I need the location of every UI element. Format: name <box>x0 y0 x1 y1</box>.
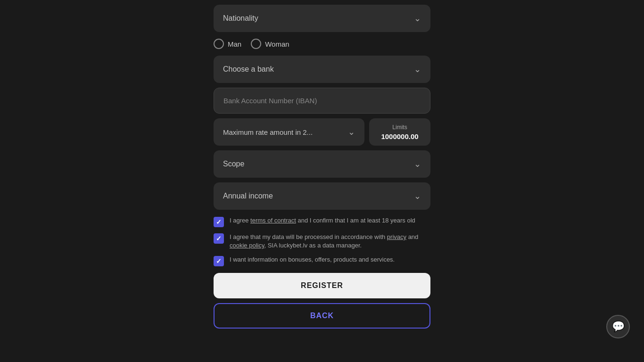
checkbox-3[interactable]: ✓ <box>214 256 224 266</box>
annual-income-label: Annual income <box>223 192 273 200</box>
checkbox-1[interactable]: ✓ <box>214 217 224 227</box>
back-label: BACK <box>310 312 334 320</box>
rate-dropdown-wrapper: Maximum rate amount in 2... ⌄ <box>214 118 364 146</box>
nationality-chevron-icon: ⌄ <box>414 13 421 24</box>
register-button[interactable]: REGISTER <box>214 273 430 298</box>
check-icon-3: ✓ <box>216 257 222 265</box>
bank-dropdown[interactable]: Choose a bank ⌄ <box>214 56 430 83</box>
back-button[interactable]: BACK <box>214 303 430 329</box>
scope-dropdown[interactable]: Scope ⌄ <box>214 150 430 178</box>
checkbox-2[interactable]: ✓ <box>214 233 224 244</box>
annual-income-dropdown-wrapper: Annual income ⌄ <box>214 182 430 210</box>
form-container: Nationality ⌄ Man Woman Choose a bank ⌄ … <box>214 0 430 333</box>
bank-label: Choose a bank <box>223 65 274 74</box>
terms-link[interactable]: terms of contract <box>250 217 296 224</box>
check-icon-1: ✓ <box>216 218 222 226</box>
rate-row: Maximum rate amount in 2... ⌄ Limits 100… <box>214 118 430 146</box>
nationality-label: Nationality <box>223 14 258 23</box>
checkbox-row-3: ✓ I want information on bonuses, offers,… <box>214 255 430 266</box>
checkbox-row-2: ✓ I agree that my data will be processed… <box>214 233 430 250</box>
nationality-dropdown-wrapper: Nationality ⌄ <box>214 5 430 32</box>
scope-label: Scope <box>223 160 244 168</box>
gender-woman-radio[interactable] <box>251 39 261 49</box>
cookie-policy-link[interactable]: cookie policy <box>230 242 264 249</box>
rate-label: Maximum rate amount in 2... <box>223 128 313 136</box>
nationality-dropdown[interactable]: Nationality ⌄ <box>214 5 430 32</box>
chat-icon: 💬 <box>612 321 625 333</box>
rate-chevron-icon: ⌄ <box>348 127 355 137</box>
privacy-link[interactable]: privacy <box>387 233 406 240</box>
gender-row: Man Woman <box>214 37 430 51</box>
checkbox-3-text: I want information on bonuses, offers, p… <box>230 255 395 264</box>
bank-chevron-icon: ⌄ <box>414 64 421 74</box>
bank-dropdown-wrapper: Choose a bank ⌄ <box>214 56 430 83</box>
limits-value: 1000000.00 <box>381 132 418 140</box>
checkboxes-section: ✓ I agree terms of contract and I confir… <box>214 214 430 268</box>
scope-dropdown-wrapper: Scope ⌄ <box>214 150 430 178</box>
scope-chevron-icon: ⌄ <box>414 159 421 169</box>
checkbox-2-text: I agree that my data will be processed i… <box>230 233 430 250</box>
gender-man-label: Man <box>228 40 241 48</box>
gender-woman-label: Woman <box>265 40 289 48</box>
limits-box: Limits 1000000.00 <box>369 118 430 146</box>
iban-input[interactable] <box>214 88 430 114</box>
check-icon-2: ✓ <box>216 235 222 242</box>
annual-income-dropdown[interactable]: Annual income ⌄ <box>214 182 430 210</box>
gender-man-option[interactable]: Man <box>214 39 241 49</box>
rate-dropdown[interactable]: Maximum rate amount in 2... ⌄ <box>214 118 364 146</box>
limits-label: Limits <box>392 124 407 131</box>
checkbox-1-text: I agree terms of contract and I confirm … <box>230 216 415 225</box>
annual-income-chevron-icon: ⌄ <box>414 191 421 201</box>
chat-bubble[interactable]: 💬 <box>606 315 630 338</box>
gender-woman-option[interactable]: Woman <box>251 39 289 49</box>
checkbox-row-1: ✓ I agree terms of contract and I confir… <box>214 216 430 227</box>
gender-man-radio[interactable] <box>214 39 224 49</box>
register-label: REGISTER <box>301 281 343 289</box>
